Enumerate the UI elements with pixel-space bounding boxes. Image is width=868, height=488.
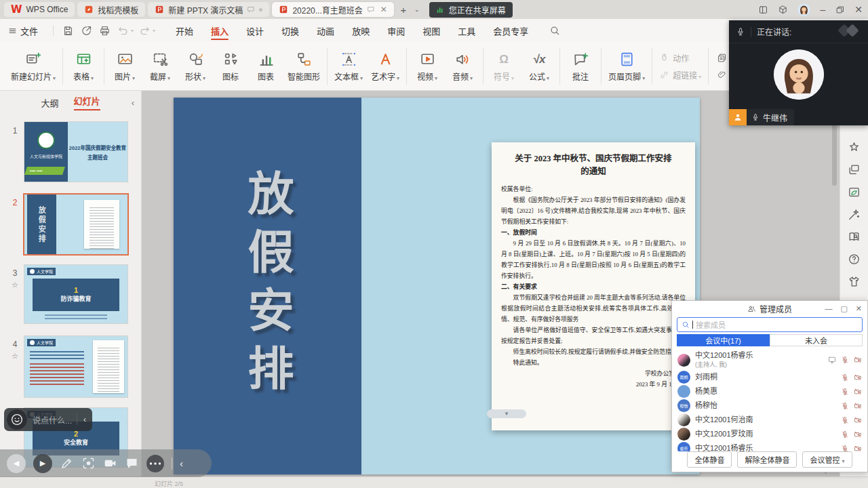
member-row[interactable]: 睿乐中文12001杨睿乐: [672, 441, 867, 451]
close-button[interactable]: ✕: [854, 4, 863, 15]
beautify-icon[interactable]: [848, 208, 861, 221]
menu-tab-会员专享[interactable]: 会员专享: [484, 19, 537, 42]
help-icon[interactable]: [848, 253, 861, 266]
cube-icon[interactable]: [778, 5, 788, 15]
slide-thumbnail-3[interactable]: 人文学院 1 防诈骗教育: [24, 265, 127, 323]
current-slide[interactable]: 放假安排 关于 2023 年中秋节、国庆节假期工作安排的通知 校属各单位:根据《…: [174, 98, 700, 474]
collapse-toolbar-icon[interactable]: ‹: [180, 458, 183, 469]
manage-members-panel[interactable]: 管理成员 — ▢ ✕ 搜索成员 会议中(17) 未入会 中文12001杨睿乐(主…: [671, 300, 868, 472]
tab-slides[interactable]: 幻灯片: [74, 94, 100, 110]
wps-home-tab[interactable]: W WPS Office: [4, 2, 75, 17]
meeting-logo-icon: [840, 26, 863, 38]
ribbon-表格[interactable]: 表格▾: [66, 49, 101, 84]
menu-tab-放映[interactable]: 放映: [343, 19, 378, 42]
scroll-tab-icon[interactable]: ▼: [487, 409, 526, 418]
member-row[interactable]: 杨美惠: [672, 384, 867, 399]
undo-icon[interactable]: [117, 25, 129, 37]
ribbon-符号[interactable]: Ω符号▾: [486, 49, 521, 84]
restore-button[interactable]: [835, 5, 845, 15]
menu-tab-插入[interactable]: 插入: [202, 19, 237, 42]
ribbon-批注[interactable]: 批注: [563, 49, 598, 84]
tab-outline[interactable]: 大纲: [41, 96, 58, 109]
user-avatar[interactable]: [797, 3, 810, 16]
camera-icon[interactable]: [103, 456, 117, 470]
ribbon-图片[interactable]: 图片▾: [107, 49, 142, 84]
more-button[interactable]: [146, 455, 164, 472]
play-button[interactable]: ▶: [33, 454, 52, 473]
member-avatar: [677, 354, 690, 367]
favorites-icon[interactable]: [848, 141, 861, 154]
close-panel-button[interactable]: ✕: [856, 304, 862, 313]
document-tab-new-pptx[interactable]: 新建 PPTX 演示文稿: [148, 2, 269, 17]
member-row[interactable]: 雨桐刘雨桐: [672, 370, 867, 384]
menu-tab-审阅[interactable]: 审阅: [378, 19, 414, 42]
menu-tab-设计[interactable]: 设计: [237, 19, 273, 42]
new-tab-button[interactable]: +: [397, 3, 410, 16]
member-row[interactable]: 中文12001何治南: [672, 413, 867, 427]
menu-tab-视图[interactable]: 视图: [414, 19, 449, 42]
ribbon-形状[interactable]: 形状▾: [178, 49, 213, 84]
slide-sorter-icon[interactable]: [848, 163, 861, 176]
member-row[interactable]: 中文12001杨睿乐(主持人, 我): [672, 350, 867, 370]
tab-list-caret-icon[interactable]: ⌄: [410, 3, 424, 16]
ribbon-文本框[interactable]: 文本框▾: [330, 49, 367, 84]
redo-caret-icon[interactable]: ▾: [153, 28, 155, 34]
maximize-panel-button[interactable]: ▢: [840, 304, 847, 313]
member-row[interactable]: 穆怡杨穆怡: [672, 399, 867, 413]
ribbon-动作[interactable]: 动作: [659, 52, 701, 64]
export-pdf-icon[interactable]: [81, 25, 92, 37]
resources-icon[interactable]: [848, 186, 861, 199]
print-preview-icon[interactable]: [99, 25, 111, 37]
pen-icon[interactable]: [60, 456, 74, 470]
ribbon-图标[interactable]: 图标: [213, 49, 248, 84]
member-action-会议管控[interactable]: 会议管控 ▾: [802, 451, 852, 468]
minimize-button[interactable]: –: [820, 4, 825, 15]
tab-in-meeting[interactable]: 会议中(17): [677, 334, 770, 346]
message-icon[interactable]: [125, 456, 139, 470]
lookup-icon[interactable]: [848, 230, 861, 243]
chat-placeholder[interactable]: 说点什么...: [28, 414, 77, 426]
ribbon-视频[interactable]: 视频▾: [410, 49, 445, 84]
redo-icon[interactable]: [139, 25, 151, 37]
member-action-解除全体静音[interactable]: 解除全体静音: [737, 451, 797, 468]
slide-thumbnail-2-selected[interactable]: 放假安排: [24, 195, 127, 254]
member-name: 杨穆怡: [695, 401, 836, 410]
menu-tab-工具[interactable]: 工具: [449, 19, 484, 42]
collapse-chat-icon[interactable]: ‹: [77, 415, 92, 424]
ribbon-页眉页脚[interactable]: 页眉页脚▾: [604, 49, 649, 84]
close-tab-icon[interactable]: ✕: [380, 5, 387, 14]
tab-not-joined[interactable]: 未入会: [770, 334, 863, 346]
member-row[interactable]: 中文12001罗玟雨: [672, 427, 867, 441]
search-icon[interactable]: [549, 25, 560, 36]
slide-thumbnail-4[interactable]: 人文学院: [24, 336, 127, 397]
member-search-input[interactable]: 搜索成员: [677, 317, 863, 332]
star-icon: ☆: [9, 281, 20, 289]
ribbon-智能图形[interactable]: 智能图形: [283, 49, 324, 84]
ribbon-截屏[interactable]: 截屏▾: [142, 49, 178, 84]
docer-template-tab[interactable]: 找稻壳模板: [77, 2, 145, 17]
chat-quick-input[interactable]: 说点什么... ‹: [4, 408, 92, 431]
member-action-全体静音[interactable]: 全体静音: [687, 451, 732, 468]
undo-caret-icon[interactable]: ▾: [131, 28, 134, 34]
notice-document-image[interactable]: 关于 2023 年中秋节、国庆节假期工作安排的通知 校属各单位:根据《国务院办公…: [492, 142, 695, 430]
menu-tab-开始[interactable]: 开始: [167, 19, 202, 42]
save-icon[interactable]: [62, 25, 74, 37]
ribbon-公式[interactable]: √x公式▾: [521, 49, 557, 84]
previous-button[interactable]: ◀: [7, 454, 26, 473]
ribbon-音频[interactable]: 音频▾: [445, 49, 480, 84]
menu-tab-动画[interactable]: 动画: [308, 19, 343, 42]
ribbon-图表[interactable]: 图表: [248, 49, 283, 84]
document-tab-current[interactable]: 20220...育主题班会 ✕: [272, 2, 393, 17]
ribbon-超链接[interactable]: 超链接▾: [659, 69, 701, 81]
ribbon-新建幻灯片[interactable]: 新建幻灯片▾: [7, 49, 60, 84]
ribbon-艺术字[interactable]: 艺术字▾: [367, 49, 403, 84]
menu-tab-切换[interactable]: 切换: [273, 19, 308, 42]
file-menu-button[interactable]: 文件: [8, 24, 38, 37]
meeting-video-panel[interactable]: 正在讲话: 牛继伟: [729, 20, 868, 125]
minimize-panel-button[interactable]: —: [825, 304, 832, 312]
slide-thumbnail-1[interactable]: 人文与新媒体学院 ▪▪▪▪ ▪▪▪▪ 2022年国庆假期安全教育 主题班会: [24, 122, 127, 182]
collapse-panel-icon[interactable]: ‹: [132, 98, 134, 108]
capture-icon[interactable]: [81, 456, 96, 470]
layout-icon[interactable]: [758, 5, 768, 15]
skin-icon[interactable]: [848, 275, 861, 288]
